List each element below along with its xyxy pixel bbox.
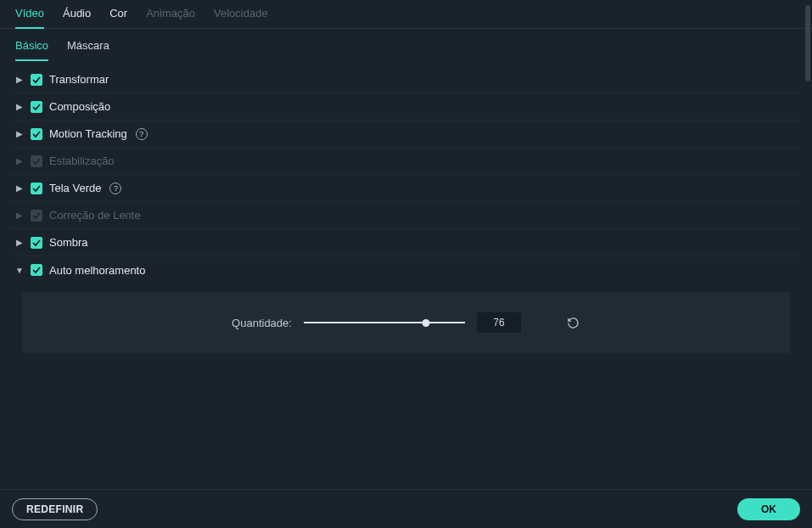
section-label: Auto melhoramento	[49, 264, 145, 277]
section-label: Transformar	[49, 73, 109, 86]
help-icon[interactable]: ?	[109, 183, 121, 194]
tab-speed: Velocidade	[214, 7, 268, 28]
footer: REDEFINIR OK	[0, 489, 812, 528]
reset-icon[interactable]	[567, 316, 580, 329]
section-stabilization: ▶ Estabilização	[10, 148, 802, 175]
checkbox-auto-enhance[interactable]	[31, 264, 42, 276]
section-list: ▶ Transformar ▶ Composição ▶ Motion Trac…	[0, 61, 812, 353]
section-green-screen[interactable]: ▶ Tela Verde ?	[10, 175, 802, 202]
tab-video[interactable]: Vídeo	[15, 7, 44, 28]
section-shadow[interactable]: ▶ Sombra	[10, 229, 802, 256]
help-icon[interactable]: ?	[136, 128, 148, 140]
section-label: Tela Verde	[49, 182, 101, 194]
auto-enhance-panel: Quantidade:	[22, 292, 790, 353]
tab-animation: Animação	[146, 7, 195, 28]
scrollbar-thumb[interactable]	[805, 5, 810, 81]
section-auto-enhance[interactable]: ▼ Auto melhoramento	[10, 256, 802, 284]
section-transform[interactable]: ▶ Transformar	[10, 66, 802, 93]
section-motion-tracking[interactable]: ▶ Motion Tracking ?	[10, 121, 802, 148]
chevron-right-icon[interactable]: ▶	[15, 238, 24, 247]
section-composition[interactable]: ▶ Composição	[10, 93, 802, 121]
chevron-right-icon[interactable]: ▶	[15, 129, 24, 138]
subtab-mask[interactable]: Máscara	[67, 39, 109, 61]
chevron-right-icon[interactable]: ▶	[15, 183, 24, 193]
main-tabs: Vídeo Áudio Cor Animação Velocidade	[0, 0, 812, 29]
checkbox-lens-correction	[31, 210, 42, 222]
checkbox-shadow[interactable]	[31, 237, 42, 249]
checkbox-green-screen[interactable]	[31, 183, 42, 194]
slider-track-line	[304, 322, 465, 323]
quantity-label: Quantidade:	[232, 317, 292, 329]
tab-color[interactable]: Cor	[109, 7, 127, 28]
checkbox-composition[interactable]	[31, 101, 42, 113]
chevron-right-icon[interactable]: ▶	[15, 75, 24, 84]
quantity-input[interactable]	[477, 312, 521, 333]
section-label: Correção de Lente	[49, 209, 141, 222]
chevron-down-icon[interactable]: ▼	[15, 266, 24, 275]
slider-thumb[interactable]	[423, 319, 430, 327]
section-label: Composição	[49, 100, 110, 113]
ok-button[interactable]: OK	[737, 498, 800, 520]
quantity-slider[interactable]	[304, 317, 465, 329]
sub-tabs: Básico Máscara	[0, 29, 812, 61]
checkbox-transform[interactable]	[31, 74, 42, 86]
chevron-right-icon: ▶	[15, 156, 24, 166]
section-lens-correction: ▶ Correção de Lente	[10, 202, 802, 229]
reset-button[interactable]: REDEFINIR	[12, 498, 98, 520]
chevron-right-icon[interactable]: ▶	[15, 102, 24, 111]
checkbox-motion-tracking[interactable]	[31, 128, 42, 140]
section-label: Estabilização	[49, 154, 115, 167]
section-label: Motion Tracking	[49, 127, 127, 140]
tab-audio[interactable]: Áudio	[63, 7, 91, 28]
section-label: Sombra	[49, 236, 88, 249]
checkbox-stabilization	[31, 155, 42, 167]
subtab-basic[interactable]: Básico	[15, 39, 48, 61]
chevron-right-icon: ▶	[15, 211, 24, 220]
